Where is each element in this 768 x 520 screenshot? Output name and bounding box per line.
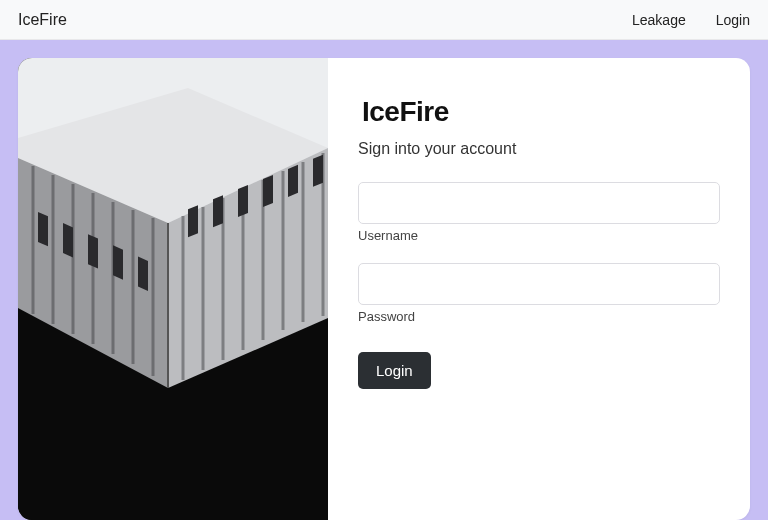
login-form: IceFire Sign into your account Username … [328,58,750,520]
topbar: IceFire Leakage Login [0,0,768,40]
form-subtitle: Sign into your account [358,140,720,158]
nav-link-leakage[interactable]: Leakage [632,12,686,28]
password-label: Password [358,309,720,324]
nav-right: Leakage Login [632,12,750,28]
username-field-group: Username [358,182,720,243]
svg-rect-13 [63,223,73,257]
svg-rect-14 [88,234,98,268]
svg-rect-30 [313,155,323,187]
svg-rect-27 [238,185,248,217]
form-logo: IceFire [362,96,720,128]
login-card: IceFire Sign into your account Username … [18,58,750,520]
svg-rect-12 [38,212,48,246]
svg-rect-25 [188,205,198,237]
password-field-group: Password [358,263,720,324]
login-button[interactable]: Login [358,352,431,389]
brand-text: IceFire [18,11,67,29]
nav-link-login[interactable]: Login [716,12,750,28]
page-content: IceFire Sign into your account Username … [0,40,768,520]
svg-rect-26 [213,195,223,227]
svg-rect-29 [288,165,298,197]
password-input[interactable] [358,263,720,305]
svg-rect-15 [113,245,123,279]
hero-image [18,58,328,520]
svg-rect-16 [138,256,148,290]
username-label: Username [358,228,720,243]
svg-rect-28 [263,175,273,207]
username-input[interactable] [358,182,720,224]
